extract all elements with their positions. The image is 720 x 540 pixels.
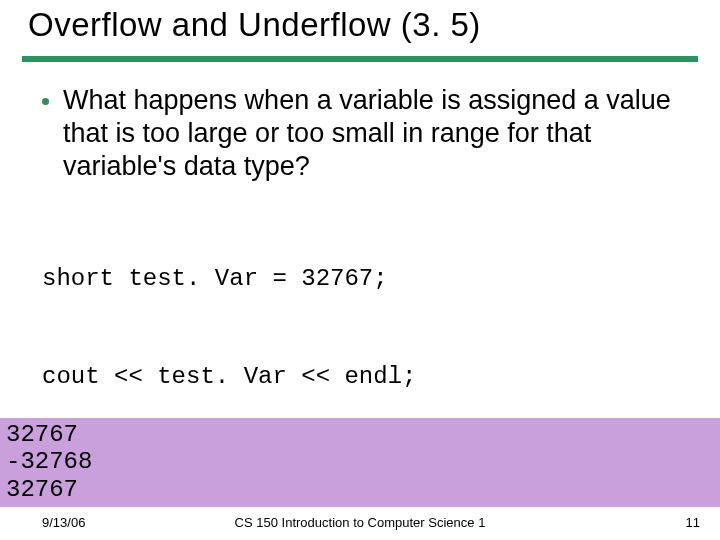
slide-title: Overflow and Underflow (3. 5) bbox=[28, 6, 692, 44]
output-box: 32767 -32768 32767 bbox=[0, 418, 720, 507]
code-line: cout << test. Var << endl; bbox=[42, 361, 416, 394]
output-line: -32768 bbox=[6, 448, 720, 475]
bullet-item: What happens when a variable is assigned… bbox=[42, 84, 690, 183]
footer-course: CS 150 Introduction to Computer Science … bbox=[0, 515, 720, 530]
code-line: short test. Var = 32767; bbox=[42, 263, 416, 296]
footer-page: 11 bbox=[686, 515, 700, 530]
output-line: 32767 bbox=[6, 476, 720, 503]
title-underline bbox=[22, 56, 698, 62]
bullet-icon bbox=[42, 98, 49, 105]
bullet-text: What happens when a variable is assigned… bbox=[63, 84, 690, 183]
output-line: 32767 bbox=[6, 421, 720, 448]
slide: Overflow and Underflow (3. 5) What happe… bbox=[0, 0, 720, 540]
